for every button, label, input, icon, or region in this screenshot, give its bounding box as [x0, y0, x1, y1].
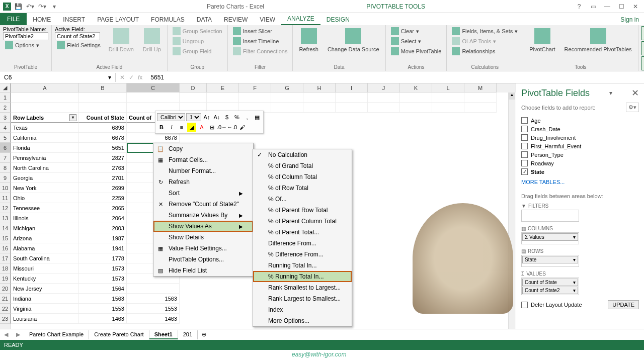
relationships-button[interactable]: Relationships: [450, 46, 520, 56]
context-menu-item[interactable]: Number Format...: [153, 165, 253, 176]
row-header[interactable]: 9: [0, 173, 11, 183]
font-family-select[interactable]: Calibri: [157, 113, 185, 121]
field-settings-button[interactable]: Field Settings: [55, 40, 103, 50]
column-header[interactable]: K: [400, 83, 432, 93]
clear-button[interactable]: Clear ▾: [389, 26, 444, 36]
name-box[interactable]: C6▾: [0, 73, 116, 82]
pivotchart-button[interactable]: PivotChart: [526, 26, 558, 54]
submenu-item[interactable]: % Running Total In...: [253, 271, 352, 282]
filters-drop-area[interactable]: [521, 210, 579, 222]
cancel-formula-icon[interactable]: ✕: [120, 74, 125, 81]
increase-decimal-icon[interactable]: .0→: [217, 123, 226, 132]
field-checkbox[interactable]: [521, 134, 528, 141]
tab-design[interactable]: DESIGN: [320, 13, 356, 25]
maximize-icon[interactable]: ☐: [615, 2, 628, 12]
tab-formulas[interactable]: FORMULAS: [145, 13, 191, 25]
pivot-value-cell[interactable]: 2064: [79, 213, 127, 223]
context-menu-item[interactable]: ✕Remove "Count of State2": [153, 199, 253, 210]
submenu-item[interactable]: % of Column Total: [253, 171, 352, 183]
tab-page-layout[interactable]: PAGE LAYOUT: [91, 13, 145, 25]
submenu-item[interactable]: % of Parent Total...: [253, 227, 352, 238]
pivot-value-cell[interactable]: 1563: [127, 294, 180, 304]
row-header[interactable]: 12: [0, 203, 11, 213]
row-header[interactable]: 7: [0, 153, 11, 163]
borders-icon[interactable]: ▦: [253, 113, 262, 122]
context-menu-item[interactable]: ↻Refresh: [153, 176, 253, 188]
field-label[interactable]: Drug_Involvement: [531, 135, 576, 141]
align-icon[interactable]: ≡: [177, 123, 186, 132]
pivottable-name-input[interactable]: [3, 32, 48, 40]
font-size-select[interactable]: 11: [186, 113, 201, 121]
add-sheet-icon[interactable]: ⊕: [198, 331, 210, 338]
filter-dropdown-icon[interactable]: ▾: [69, 114, 76, 121]
ribbon-options-icon[interactable]: ▭: [587, 2, 600, 12]
insert-timeline-button[interactable]: Insert Timeline: [231, 36, 290, 46]
context-menu-item[interactable]: Show Details: [153, 232, 253, 243]
tab-review[interactable]: REVIEW: [218, 13, 254, 25]
pivot-row-label[interactable]: Michigan: [11, 223, 79, 233]
gear-icon[interactable]: ⚙▾: [626, 103, 639, 112]
row-header[interactable]: 20: [0, 284, 11, 294]
qat-customize-icon[interactable]: ▾: [49, 2, 59, 12]
update-button[interactable]: UPDATE: [608, 300, 639, 309]
submenu-item[interactable]: % of Grand Total: [253, 160, 352, 171]
tab-file[interactable]: FILE: [0, 13, 27, 25]
increase-font-icon[interactable]: A↑: [202, 113, 211, 122]
submenu-item[interactable]: More Options...: [253, 315, 352, 326]
column-header[interactable]: F: [239, 83, 271, 93]
context-menu-item[interactable]: Show Values As▶: [153, 221, 253, 232]
pivot-value-cell[interactable]: 2065: [79, 203, 127, 213]
pivot-row-label[interactable]: Tennessee: [11, 203, 79, 213]
save-icon[interactable]: 💾: [13, 2, 23, 12]
redo-icon[interactable]: ↷▾: [37, 2, 47, 12]
row-header[interactable]: 2: [0, 103, 11, 113]
percent-icon[interactable]: %: [232, 113, 242, 122]
row-header[interactable]: 23: [0, 314, 11, 324]
close-icon[interactable]: ✕: [629, 2, 642, 12]
field-checkbox[interactable]: [521, 126, 528, 132]
pivot-row-label[interactable]: New Jersey: [11, 284, 79, 294]
row-header[interactable]: 8: [0, 163, 11, 173]
pivot-row-label[interactable]: Missouri: [11, 263, 79, 274]
select-all-triangle[interactable]: ◢: [0, 83, 11, 93]
currency-icon[interactable]: $: [222, 113, 231, 122]
format-painter-icon[interactable]: 🖌: [237, 123, 247, 132]
row-header[interactable]: 22: [0, 304, 11, 314]
select-button[interactable]: Select ▾: [389, 36, 444, 46]
more-tables-link[interactable]: MORE TABLES...: [521, 179, 639, 185]
row-header[interactable]: 21: [0, 294, 11, 304]
pivot-row-label[interactable]: New York: [11, 183, 79, 193]
pivot-row-label[interactable]: Louisiana: [11, 314, 79, 324]
pivot-column-header[interactable]: Count of State: [79, 113, 127, 123]
field-label[interactable]: First_Harmful_Event: [531, 143, 581, 149]
pivot-value-cell[interactable]: 6678: [127, 133, 180, 143]
context-menu-item[interactable]: PivotTable Options...: [153, 254, 253, 265]
row-header[interactable]: 15: [0, 233, 11, 243]
submenu-item[interactable]: % of Row Total: [253, 183, 352, 194]
pivot-row-label[interactable]: Georgia: [11, 173, 79, 183]
submenu-item[interactable]: Rank Largest to Smallest...: [253, 293, 352, 304]
plus-minus-buttons-toggle[interactable]: +/- Buttons: [641, 41, 644, 55]
sheet-nav-prev-icon[interactable]: ◀: [0, 331, 12, 338]
fields-items-sets-button[interactable]: Fields, Items, & Sets ▾: [450, 26, 520, 36]
pivot-row-label[interactable]: Alabama: [11, 243, 79, 253]
tab-insert[interactable]: INSERT: [57, 13, 91, 25]
sheet-nav-next-icon[interactable]: ▶: [12, 331, 24, 338]
pivot-value-cell[interactable]: 2763: [79, 163, 127, 173]
sheet-tab[interactable]: 201: [178, 330, 198, 339]
decrease-font-icon[interactable]: A↓: [212, 113, 221, 122]
border-icon[interactable]: ⊞: [207, 123, 216, 132]
pivot-value-cell[interactable]: 6898: [79, 123, 127, 133]
context-menu-item[interactable]: ▦Value Field Settings...: [153, 243, 253, 254]
help-icon[interactable]: ?: [573, 2, 586, 12]
tab-view[interactable]: VIEW: [254, 13, 281, 25]
recommended-pivottables-button[interactable]: Recommended PivotTables: [561, 26, 635, 54]
submenu-item[interactable]: % of Parent Row Total: [253, 205, 352, 216]
pivot-row-label[interactable]: South Carolina: [11, 253, 79, 263]
insert-slicer-button[interactable]: Insert Slicer: [231, 26, 290, 36]
decrease-decimal-icon[interactable]: ←.0: [227, 123, 236, 132]
pivot-row-label[interactable]: Indiana: [11, 294, 79, 304]
pivot-row-label[interactable]: California: [11, 133, 79, 143]
pivot-value-cell[interactable]: 1553: [127, 304, 180, 314]
sheet-tab[interactable]: Create Pareto Chart: [89, 330, 149, 339]
